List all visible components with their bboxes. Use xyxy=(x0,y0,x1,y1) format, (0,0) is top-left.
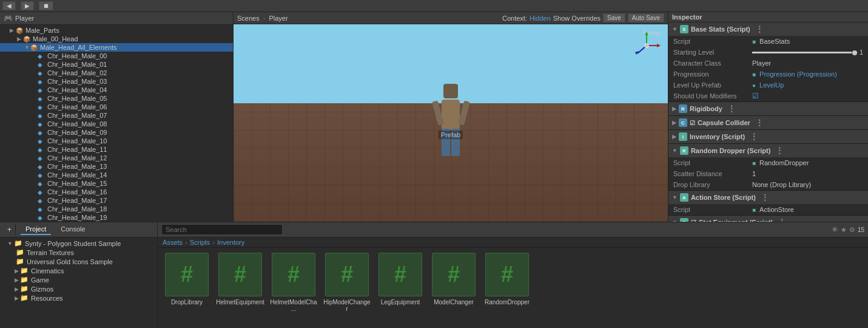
project-item-5[interactable]: ▶ 📁 Gizmos xyxy=(0,284,157,293)
hierarchy-item-10[interactable]: ◆ Chr_Head_Male_07 xyxy=(0,111,233,120)
folder-icon-5: 📁 xyxy=(20,285,29,293)
stop-button[interactable]: ⏹ xyxy=(39,1,53,10)
hierarchy-item-3[interactable]: ◆ Chr_Head_Male_00 xyxy=(0,52,233,60)
hierarchy-item-6[interactable]: ◆ Chr_Head_Male_03 xyxy=(0,77,233,86)
auto-save-button[interactable]: Auto Save xyxy=(628,13,664,22)
asset-item-6[interactable]: # RandomDropper xyxy=(483,253,531,306)
tree-label-4: Chr_Head_Male_01 xyxy=(47,61,107,68)
progression-value[interactable]: ■ Progression (Progression) xyxy=(752,70,863,78)
tab-console[interactable]: Console xyxy=(56,224,90,235)
hierarchy-item-7[interactable]: ◆ Chr_Head_Male_04 xyxy=(0,86,233,94)
hierarchy-item-4[interactable]: ◆ Chr_Head_Male_01 xyxy=(0,60,233,69)
hierarchy-item-20[interactable]: ◆ Chr_Head_Male_17 xyxy=(0,196,233,205)
inventory-menu[interactable]: ⋮ xyxy=(750,132,758,142)
tree-icon-10: ◆ xyxy=(38,112,46,119)
rigidbody-icon: R xyxy=(679,104,687,113)
action-store-title: Action Store (Script) xyxy=(691,194,756,201)
asset-item-2[interactable]: # HelmetModelCha... xyxy=(269,253,318,312)
rigidbody-arrow: ▶ xyxy=(672,106,676,112)
hierarchy-item-13[interactable]: ◆ Chr_Head_Male_10 xyxy=(0,137,233,145)
modifiers-checkbox[interactable]: ☑ xyxy=(752,92,759,100)
action-store-icon: A xyxy=(680,193,688,202)
asset-icon-1: # xyxy=(218,253,262,296)
count-badge: 15 xyxy=(858,227,864,233)
base-stats-section: ▼ S Base Stats (Script) ⋮ Script ■ BaseS… xyxy=(668,22,868,102)
dropper-menu[interactable]: ⋮ xyxy=(775,146,784,155)
capsule-collider-header[interactable]: ▶ C ☑ Capsule Collider ⋮ xyxy=(668,116,868,129)
hierarchy-item-0[interactable]: ▶ 📦 Male_Parts xyxy=(0,26,233,35)
stat-equipment-menu[interactable]: ⋮ xyxy=(778,217,786,222)
play-button[interactable]: ▶ xyxy=(21,1,34,10)
hierarchy-item-16[interactable]: ◆ Chr_Head_Male_13 xyxy=(0,162,233,171)
stat-equipment-header[interactable]: ▼ S ☑ Stat Equipment (Script) ⋮ xyxy=(668,216,868,222)
asset-hash-6: # xyxy=(501,262,513,287)
project-item-1[interactable]: 📁 Terrain Textures xyxy=(0,248,157,257)
hierarchy-item-14[interactable]: ◆ Chr_Head_Male_11 xyxy=(0,145,233,154)
asset-item-3[interactable]: # HipModelChanger xyxy=(323,253,371,312)
scatter-value: 1 xyxy=(752,170,863,177)
back-button[interactable]: ◀ xyxy=(2,1,16,10)
project-item-0[interactable]: ▼ 📁 Synty - Polygon Student Sample xyxy=(0,239,157,248)
tree-icon-22: ◆ xyxy=(38,214,46,221)
player-label: Player xyxy=(269,15,288,22)
project-item-6[interactable]: ▶ 📁 Resources xyxy=(0,293,157,302)
asset-item-0[interactable]: # DropLibrary xyxy=(163,253,211,306)
action-store-menu[interactable]: ⋮ xyxy=(761,193,769,202)
rigidbody-header[interactable]: ▶ R Rigidbody ⋮ xyxy=(668,102,868,115)
hierarchy-item-11[interactable]: ◆ Chr_Head_Male_08 xyxy=(0,120,233,128)
base-stats-menu[interactable]: ⋮ xyxy=(755,24,764,34)
capsule-menu[interactable]: ⋮ xyxy=(755,118,764,128)
level-up-value[interactable]: ● LevelUp xyxy=(752,81,863,89)
slider-thumb xyxy=(852,50,857,55)
star-icon[interactable]: ★ xyxy=(841,226,847,234)
hierarchy-item-19[interactable]: ◆ Chr_Head_Male_16 xyxy=(0,188,233,196)
hierarchy-item-22[interactable]: ◆ Chr_Head_Male_19 xyxy=(0,213,233,222)
rigidbody-title: Rigidbody xyxy=(690,105,722,112)
viewport-canvas[interactable]: Persp Prefab xyxy=(234,24,668,222)
hierarchy-item-5[interactable]: ◆ Chr_Head_Male_02 xyxy=(0,69,233,77)
capsule-check[interactable]: ☑ xyxy=(690,120,695,126)
asset-item-1[interactable]: # HelmetEquipment xyxy=(216,253,264,306)
pt-arrow-0: ▼ xyxy=(7,241,13,247)
hierarchy-item-9[interactable]: ◆ Chr_Head_Male_06 xyxy=(0,103,233,111)
asset-item-5[interactable]: # ModelChanger xyxy=(429,253,478,306)
hierarchy-item-2[interactable]: ▼ 📦 Male_Head_All_Elements xyxy=(0,43,233,52)
eye-icon[interactable]: 👁 xyxy=(832,226,838,233)
inventory-header[interactable]: ▶ I Inventory (Script) ⋮ xyxy=(668,130,868,143)
hierarchy-item-17[interactable]: ◆ Chr_Head_Male_14 xyxy=(0,171,233,179)
project-item-4[interactable]: ▶ 📁 Game xyxy=(0,275,157,284)
hierarchy-item-12[interactable]: ◆ Chr_Head_Male_09 xyxy=(0,128,233,137)
action-store-header[interactable]: ▼ A Action Store (Script) ⋮ xyxy=(668,191,868,204)
breadcrumb-scripts[interactable]: Scripts xyxy=(190,239,210,246)
save-button[interactable]: Save xyxy=(603,13,625,22)
show-overrides-btn[interactable]: Show Overrides xyxy=(553,15,601,22)
project-item-2[interactable]: 📁 Universal Gold Icons Sample xyxy=(0,257,157,266)
rigidbody-menu[interactable]: ⋮ xyxy=(727,104,736,114)
tree-label-3: Chr_Head_Male_00 xyxy=(47,52,107,60)
search-input[interactable] xyxy=(161,224,283,235)
hierarchy-item-8[interactable]: ◆ Chr_Head_Male_05 xyxy=(0,94,233,103)
drop-library-value[interactable]: None (Drop Library) xyxy=(752,181,863,188)
starting-level-slider[interactable] xyxy=(752,52,857,53)
inspector-title: Inspector xyxy=(672,13,702,21)
hierarchy-item-1[interactable]: ▶ 📦 Male_00_Head xyxy=(0,35,233,43)
context-value[interactable]: Hidden xyxy=(530,15,551,22)
character-class-value[interactable]: Player xyxy=(752,60,863,67)
hierarchy-item-15[interactable]: ◆ Chr_Head_Male_12 xyxy=(0,154,233,162)
dropper-script-label: Script xyxy=(673,159,752,166)
hierarchy-item-21[interactable]: ◆ Chr_Head_Male_18 xyxy=(0,205,233,213)
settings-icon[interactable]: ⚙ xyxy=(849,226,855,234)
base-stats-header[interactable]: ▼ S Base Stats (Script) ⋮ xyxy=(668,22,868,36)
project-item-3[interactable]: ▶ 📁 Cinematics xyxy=(0,266,157,275)
breadcrumb-inventory[interactable]: Inventory xyxy=(217,239,244,246)
char-body xyxy=(442,100,460,130)
add-button[interactable]: + xyxy=(4,224,16,235)
random-dropper-header[interactable]: ▼ R Random Dropper (Script) ⋮ xyxy=(668,144,868,157)
tab-project[interactable]: Project xyxy=(21,224,51,235)
hierarchy-item-18[interactable]: ◆ Chr_Head_Male_15 xyxy=(0,179,233,188)
base-stats-arrow: ▼ xyxy=(672,26,678,32)
breadcrumb-assets[interactable]: Assets xyxy=(163,239,183,246)
tree-label-7: Chr_Head_Male_04 xyxy=(47,86,107,94)
asset-item-4[interactable]: # LegEquipment xyxy=(376,253,425,306)
asset-hash-0: # xyxy=(181,262,193,287)
